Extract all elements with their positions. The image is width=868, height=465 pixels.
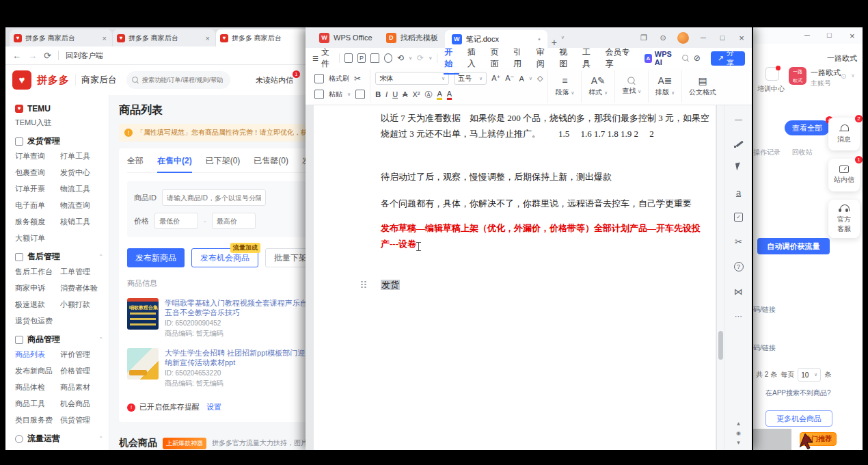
product-id-input[interactable] — [162, 189, 266, 206]
tab-offshelf[interactable]: 已下架(0) — [206, 155, 241, 167]
wps-home-tab[interactable]: W WPS Office — [312, 27, 379, 48]
menu-view[interactable]: 视图 — [557, 46, 575, 70]
price-max-input[interactable] — [212, 213, 256, 229]
sidebar-item-product-list[interactable]: 商品列表 — [15, 349, 60, 360]
sidebar-item[interactable]: 发布新商品 — [15, 366, 60, 376]
edit-pen-icon[interactable] — [734, 138, 744, 148]
select-cursor-icon[interactable] — [735, 163, 743, 172]
qr-link-text[interactable]: 码/链接 — [753, 343, 776, 353]
reload-icon[interactable]: ⟳ — [44, 51, 51, 61]
sidebar-item[interactable]: 订单开票 — [15, 184, 60, 194]
close-icon[interactable]: × — [850, 31, 855, 41]
menu-review[interactable]: 审阅 — [534, 46, 553, 70]
sidebar-item[interactable]: 服务额度 — [15, 217, 60, 227]
decrease-font-icon[interactable]: A⁻ — [505, 74, 514, 83]
chevron-up-icon[interactable]: ⌃ — [98, 254, 103, 260]
doc-paragraph-red[interactable]: 发布草稿—编辑草稿上架（优化，外漏价，价格带等）全部计划产品—开车先设投产---… — [381, 220, 710, 252]
sidebar-section-traffic[interactable]: 流量运营 ⌃ — [15, 433, 103, 444]
view-all-button[interactable]: 查看全部 4 — [785, 120, 830, 135]
print-preview-icon[interactable] — [384, 53, 392, 63]
account-name[interactable]: 一路欧式 — [811, 68, 841, 78]
more-icon[interactable]: ⋯ — [735, 312, 742, 321]
sidebar-item[interactable]: 工单管理 — [60, 267, 103, 277]
menu-member[interactable]: 会员专享 — [603, 46, 636, 70]
layout-group[interactable]: A≣ 排版 ∨ — [649, 70, 682, 103]
sidebar-item[interactable]: 核销工具 — [60, 217, 103, 227]
close-icon[interactable]: × — [737, 33, 746, 43]
doc-paragraph-5[interactable]: 发货 — [381, 277, 710, 293]
sidebar-item[interactable]: 消费者体验 — [60, 283, 103, 293]
table-row[interactable]: 唱歌教程合集 学唱歌零基础入门教程视频全套课程声乐自学五音不全教学音乐技巧 ID… — [127, 298, 306, 338]
document-tab[interactable]: W 笔记.docx • — [445, 30, 547, 48]
superscript-icon[interactable]: X² — [412, 90, 420, 98]
back-icon[interactable]: ← — [12, 51, 21, 61]
menu-insert[interactable]: 插入 — [465, 46, 484, 70]
browser-tab-2[interactable]: ♥ 拼多多 商家后台 × — [113, 29, 215, 46]
translate-icon[interactable]: a — [736, 187, 741, 198]
vertical-scrollbar[interactable] — [717, 105, 724, 450]
sidebar-section-shipping[interactable]: 发货管理 — [15, 135, 103, 147]
price-min-input[interactable] — [154, 213, 198, 229]
app-search-link[interactable]: 在APP搜索不到商品? — [765, 388, 831, 398]
export-pdf-icon[interactable]: P — [357, 53, 366, 63]
paste-label[interactable]: 粘贴 — [329, 90, 342, 99]
docer-template-tab[interactable]: D 找稻壳模板 — [379, 27, 445, 48]
search-input[interactable] — [142, 77, 223, 83]
sidebar-item[interactable]: 退货包运费 — [15, 316, 60, 326]
auto-price-button[interactable]: 自动调价获流量 — [757, 238, 830, 254]
header-search[interactable] — [126, 71, 230, 89]
undo-icon[interactable]: ⟲ — [397, 53, 404, 63]
tools-icon[interactable]: ✂ — [735, 237, 742, 247]
doc-paragraph-3[interactable]: 各个问题都有，具体，你解决不了，你群里说，远程语音去控车，自己学更重要 — [381, 196, 710, 211]
underline-icon[interactable]: U — [392, 90, 398, 98]
drag-handle-icon[interactable] — [360, 280, 367, 289]
doc-paragraph-1[interactable]: 以近 7 天为准看数据 如果你是 200 个品，烧钱的多，那我们最多控制 3 元… — [381, 110, 710, 142]
strikethrough-icon[interactable]: A — [403, 90, 407, 98]
sidebar-item[interactable]: 价格管理 — [60, 366, 103, 376]
chevron-up-icon[interactable]: ⌃ — [98, 436, 103, 442]
find-group[interactable]: 查找 ∨ — [615, 70, 649, 103]
paragraph-group[interactable]: ≡ 段落 ∨ — [548, 70, 582, 103]
appearance-icon[interactable]: ⊙ — [658, 34, 668, 42]
share-button[interactable]: ↗ 分享 — [711, 51, 745, 66]
protect-icon[interactable]: ⊘ — [694, 53, 701, 63]
tab-soldout[interactable]: 已售罄(0) — [254, 155, 288, 167]
sidebar-item[interactable]: 物流工具 — [60, 184, 103, 194]
sidebar-item[interactable]: 小额打款 — [60, 300, 103, 310]
restore-layout-icon[interactable]: ❐ — [639, 34, 649, 42]
sidebar-item[interactable]: 电子面单 — [15, 200, 60, 211]
print-icon[interactable] — [370, 53, 379, 63]
font-color-icon[interactable]: A — [447, 90, 452, 100]
forward-icon[interactable]: → — [28, 51, 37, 61]
menu-home[interactable]: 开始 — [442, 46, 461, 70]
user-avatar[interactable] — [677, 32, 689, 44]
sidebar-item[interactable]: 类目服务费 — [15, 415, 60, 425]
tab-all[interactable]: 全部 — [127, 155, 144, 167]
chevron-up-icon[interactable]: ⌃ — [98, 336, 103, 343]
recycle-bin-link[interactable]: 回收站 — [792, 148, 813, 156]
sidebar-item[interactable]: 商品体检 — [15, 382, 60, 393]
sidebar-item[interactable]: 爆款保价 — [15, 449, 60, 450]
style-group[interactable]: A✎ 样式 ∨ — [582, 70, 615, 103]
messages-quick-button[interactable]: 消息 2 — [828, 118, 860, 150]
operation-record-link[interactable]: 操作记录 — [753, 148, 781, 156]
sidebar-item[interactable]: 大额订单 — [15, 233, 60, 243]
sidebar-item[interactable]: 供货管理 — [60, 415, 103, 425]
unread-inbox-link[interactable]: 未读站内信 1 — [256, 75, 299, 85]
search-icon[interactable] — [682, 55, 689, 62]
sidebar-section-products[interactable]: 商品管理 ⌃ — [15, 334, 103, 345]
document-page[interactable]: 以近 7 天为准看数据 如果你是 200 个品，烧钱的多，那我们最多控制 3 元… — [314, 105, 716, 450]
menu-tools[interactable]: 工具 — [580, 46, 599, 70]
highlight-color-icon[interactable]: A — [437, 90, 442, 100]
pdd-logo-icon[interactable]: ♥ — [12, 70, 31, 90]
sidebar-item[interactable]: 商品工具 — [15, 399, 60, 409]
browser-tab-3[interactable]: ♥ 拼多多 商家后台 — [216, 29, 306, 46]
clear-format-icon[interactable]: ◇ — [537, 74, 543, 83]
font-name-select[interactable]: 宋体 ∨ — [375, 72, 449, 85]
selected-text[interactable]: 发货 — [381, 280, 400, 290]
table-row[interactable]: 大学生学生会招聘 社团招新ppt模板部门迎新纳新宣传活动素材ppt ID: 65… — [127, 348, 306, 388]
sidebar-item[interactable]: 发货中心 — [60, 168, 103, 178]
sidebar-item[interactable]: 抢单神器 — [60, 449, 103, 450]
customer-service-button[interactable]: 官方 客服 — [828, 200, 860, 238]
file-menu[interactable]: ☰ 文件 — [312, 46, 334, 70]
